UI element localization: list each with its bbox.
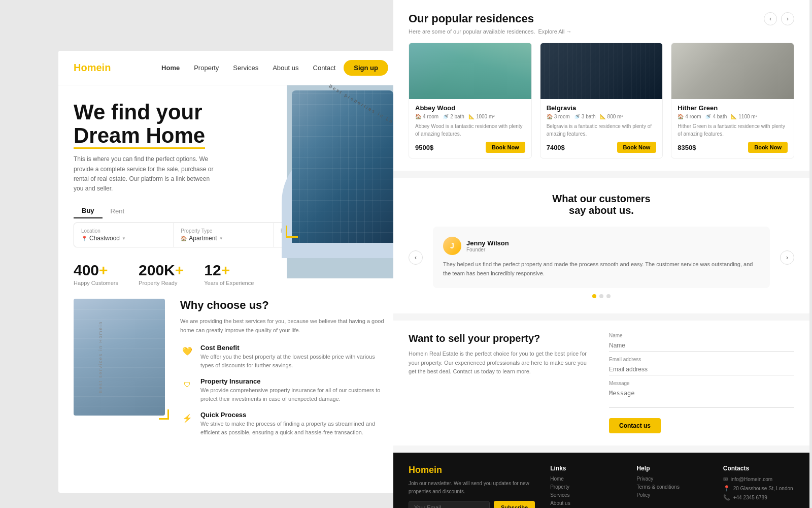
stat-customers: 400+ Happy Customers [74, 262, 118, 286]
dot-3[interactable] [606, 294, 611, 298]
card-body-abbey: Abbey Wood 🏠 4 room 🚿 2 bath 📐 1000 m² A… [409, 99, 531, 158]
testimonial-title: What our customerssay about us. [409, 193, 794, 216]
footer-contacts-title: Contacts [723, 465, 794, 472]
popular-section: Our popular residences ‹ › Here are some… [393, 0, 809, 171]
why-image-label: Best services in Homein [98, 321, 103, 394]
feature-cost-desc: We offer you the best property at the lo… [200, 353, 388, 369]
card-price-abbey: 9500$ [415, 144, 433, 151]
testimonial-dots [409, 294, 794, 298]
logo-text: Home [74, 62, 102, 73]
popular-title: Our popular residences [409, 12, 764, 25]
dot-1[interactable] [592, 294, 596, 298]
card-name-abbey: Abbey Wood [415, 104, 525, 112]
property-type-field[interactable]: Property Type 🏠 Apartment ▼ [174, 223, 273, 247]
cost-icon: 💛 [180, 344, 194, 358]
form-message-input[interactable] [609, 388, 794, 408]
footer-logo: Homein [409, 465, 535, 475]
location-field[interactable]: Location 📍 Chastwood ▼ [74, 223, 174, 247]
why-image: Best services in Homein [74, 299, 165, 416]
card-name-belgravia: Belgravia [547, 104, 657, 112]
footer-link-property[interactable]: Property [550, 484, 621, 490]
property-arrow-icon: ▼ [219, 236, 223, 241]
feature-cost: 💛 Cost Benefit We offer you the best pro… [180, 344, 388, 369]
hero-title: We find your Dream Home [74, 101, 246, 147]
hero-text: We find your Dream Home This is where yo… [74, 101, 246, 194]
footer-link-about[interactable]: About us [550, 500, 621, 506]
navbar: Homein Home Property Services About us C… [58, 51, 403, 85]
nav-services[interactable]: Services [233, 64, 258, 72]
testimonial-next[interactable]: › [780, 250, 794, 265]
card-body-belgravia: Belgravia 🏠 3 room 🚿 3 bath 📐 800 m² Bel… [540, 99, 663, 158]
nav-property[interactable]: Property [194, 64, 219, 72]
testimonial-avatar: J [443, 237, 461, 255]
explore-link[interactable]: Explore All [538, 28, 571, 35]
footer-tagline: Join our newsletter. We will send you up… [409, 480, 535, 496]
location-icon: 📍 [723, 485, 730, 492]
feature-insurance: 🛡 Property Insurance We provide comprehe… [180, 377, 388, 403]
footer-help-terms[interactable]: Terms & conditions [636, 484, 707, 490]
yellow-corner-decoration [286, 226, 298, 238]
hero-description: This is where you can find the perfect o… [74, 154, 221, 194]
nav-home[interactable]: Home [161, 64, 180, 72]
signup-button[interactable]: Sign up [344, 60, 388, 76]
sell-description: Homein Real Estate is the perfect choice… [409, 350, 594, 376]
hero-content: We find your Dream Home This is where yo… [58, 85, 403, 247]
testimonial-box: ‹ J Jenny Wilson Founder They helped us … [409, 227, 794, 288]
card-footer-hither: 8350$ Book Now [678, 142, 788, 153]
feature-insurance-body: Property Insurance We provide comprehens… [200, 377, 388, 403]
contact-button[interactable]: Contact us [609, 418, 661, 433]
footer-help-privacy[interactable]: Privacy [636, 476, 707, 482]
feature-cost-title: Cost Benefit [200, 344, 388, 352]
tab-buy[interactable]: Buy [74, 204, 103, 218]
testimonial-prev[interactable]: ‹ [409, 250, 423, 265]
footer-help-col: Help Privacy Terms & conditions Policy [636, 465, 707, 508]
footer-help-policy[interactable]: Policy [636, 492, 707, 498]
footer-contacts-col: Contacts ✉ info@Homein.com 📍 20 Glasshou… [723, 465, 794, 508]
nav-contact[interactable]: Contact [313, 64, 336, 72]
hero-image-container: Best properties in London [261, 90, 403, 258]
hero-section: We find your Dream Home This is where yo… [58, 85, 403, 278]
stat-properties-label: Property Ready [139, 280, 184, 286]
feature-process-body: Quick Process We strive to make the proc… [200, 411, 388, 436]
nav-about[interactable]: About us [273, 64, 298, 72]
nav-arrows: ‹ › [764, 12, 794, 25]
pin-icon: 📍 [81, 236, 87, 241]
card-image-hither [671, 43, 794, 99]
footer-links-title: Links [550, 465, 621, 472]
testimonial-person: J Jenny Wilson Founder [443, 237, 760, 255]
feature-process-desc: We strive to make the process of finding… [200, 420, 388, 436]
sell-left: Want to sell your property? Homein Real … [409, 333, 594, 433]
card-image-belgravia [540, 43, 663, 99]
subscribe-button[interactable]: Subscribe [494, 501, 535, 508]
card-desc-abbey: Abbey Wood is a fantastic residence with… [415, 122, 525, 138]
book-button-belgravia[interactable]: Book Now [617, 142, 657, 153]
person-name: Jenny Wilson [466, 239, 509, 247]
phone-icon: 📞 [723, 494, 730, 501]
bolt-icon: ⚡ [180, 411, 194, 425]
person-role: Founder [466, 247, 509, 252]
card-price-hither: 8350$ [678, 144, 696, 151]
tab-rent[interactable]: Rent [103, 204, 132, 218]
card-body-hither: Hither Green 🏠 4 room 🚿 4 bath 📐 1100 m²… [671, 99, 794, 158]
form-email-field: Email address [609, 357, 794, 375]
form-name-input[interactable] [609, 340, 794, 352]
why-content: Why choose us? We are providing the best… [165, 299, 388, 444]
right-panel: Our popular residences ‹ › Here are some… [393, 0, 809, 508]
prev-arrow[interactable]: ‹ [764, 12, 777, 25]
footer-link-home[interactable]: Home [550, 476, 621, 482]
form-message-label: Message [609, 380, 794, 386]
stat-experience: 12+ Years of Experience [204, 262, 254, 286]
book-button-hither[interactable]: Book Now [748, 142, 788, 153]
feature-process: ⚡ Quick Process We strive to make the pr… [180, 411, 388, 436]
form-name-field: Name [609, 333, 794, 352]
why-image-wrapper: Best services in Homein [74, 299, 165, 444]
book-button-abbey[interactable]: Book Now [486, 142, 525, 153]
newsletter-email-input[interactable] [409, 501, 490, 508]
next-arrow[interactable]: › [781, 12, 794, 25]
property-type-label: Property Type [181, 228, 265, 234]
logo: Homein [74, 62, 111, 74]
testimonial-content: J Jenny Wilson Founder They helped us fi… [433, 227, 770, 288]
footer-link-services[interactable]: Services [550, 492, 621, 498]
dot-2[interactable] [599, 294, 603, 298]
form-email-input[interactable] [609, 364, 794, 375]
